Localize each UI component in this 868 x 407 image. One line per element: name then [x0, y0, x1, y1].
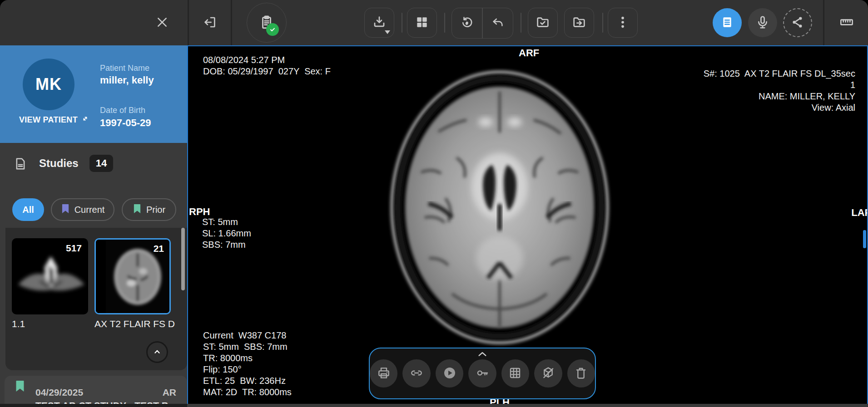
viewport-floating-toolbar — [369, 348, 596, 399]
cube-disabled-icon — [541, 366, 556, 382]
filter-all-label: All — [22, 205, 34, 215]
image-stack-scrollbar[interactable] — [863, 230, 866, 248]
share-icon — [790, 15, 805, 31]
medical-image-viewer-app: MK VIEW PATIENT Patient Name miller, kel… — [0, 0, 868, 407]
rotate-undo-group — [451, 8, 513, 39]
dictation-mic-button[interactable] — [748, 8, 777, 37]
worklist-clipboard-button[interactable] — [247, 3, 287, 43]
patient-name-value: miller, kelly — [100, 74, 154, 86]
toolbar-divider — [231, 0, 232, 45]
overlay-view-plane: View: Axial — [812, 102, 855, 113]
bookmark-prior-icon — [133, 203, 142, 216]
print-icon — [377, 366, 391, 382]
folder-export-icon — [572, 15, 586, 31]
filter-current-button[interactable]: Current — [51, 198, 114, 221]
cine-play-button[interactable] — [436, 359, 463, 387]
layout-grid-icon — [415, 15, 429, 31]
rotate-ccw-icon — [460, 16, 474, 31]
share-button[interactable] — [783, 8, 812, 37]
delete-button[interactable] — [567, 359, 595, 387]
patient-header: MK VIEW PATIENT Patient Name miller, kel… — [0, 45, 187, 143]
filter-all-button[interactable]: All — [12, 198, 44, 221]
patient-avatar: MK — [23, 59, 74, 110]
patient-dob-label: Date of Birth — [100, 106, 145, 115]
report-icon — [720, 15, 734, 31]
studies-header-row: Studies 14 — [0, 143, 187, 195]
filter-prior-button[interactable]: Prior — [122, 198, 176, 221]
bookmark-prior-icon — [15, 379, 25, 393]
grid-3x3-icon — [508, 366, 522, 382]
folder-check-button[interactable] — [528, 8, 558, 38]
toolbar-divider — [823, 0, 824, 45]
toolbar-separator — [521, 13, 521, 33]
study-modality: AR — [163, 387, 176, 398]
overlay-tr: TR: 8000ms — [203, 353, 253, 364]
collapse-panel-button[interactable] — [146, 341, 168, 363]
studies-count-badge: 14 — [89, 155, 113, 172]
download-button[interactable] — [364, 8, 394, 38]
floating-toolbar-buttons — [370, 359, 595, 387]
toolbar-separator — [602, 13, 603, 33]
view-patient-button[interactable]: VIEW PATIENT — [16, 114, 92, 125]
orientation-marker-top: ARF — [519, 47, 539, 59]
download-icon — [372, 15, 387, 31]
overlay-study-datetime: 08/08/2024 5:27 PM — [203, 54, 285, 66]
trash-icon — [574, 366, 588, 382]
key-icon — [475, 366, 490, 382]
patient-dob-value: 1997-05-29 — [100, 117, 151, 129]
mri-brain-image — [385, 68, 615, 348]
top-toolbar — [0, 0, 868, 45]
series-thumbnail-2[interactable]: 21 — [94, 238, 171, 314]
exit-viewer-button[interactable] — [195, 8, 225, 38]
dropdown-caret-icon — [385, 30, 390, 34]
layout-grid-3x3-button[interactable] — [501, 359, 529, 387]
cine-play-icon — [442, 366, 457, 382]
success-check-badge — [266, 23, 279, 36]
study-list-item[interactable]: 04/29/2025 AR TEST AB CT STUDY - TEST B — [5, 376, 187, 407]
overlay-mat-tr: MAT: 2D TR: 8000ms — [203, 387, 292, 398]
reset-rotate-button[interactable] — [452, 8, 482, 38]
study-date: 04/29/2025 — [35, 387, 83, 398]
overlay-image-number: 1 — [850, 79, 855, 91]
undo-button[interactable] — [483, 8, 513, 38]
key-image-button[interactable] — [468, 359, 496, 387]
chevron-up-icon — [152, 347, 162, 358]
overlay-series-info: S#: 1025 AX T2 FLAIR FS DL_35sec — [704, 68, 855, 79]
thumbnail-image-count: 517 — [66, 243, 82, 254]
more-options-button[interactable] — [608, 8, 638, 38]
image-viewport[interactable]: 08/08/2024 5:27 PM DOB: 05/29/1997 027Y … — [187, 45, 868, 407]
link-icon — [409, 366, 424, 382]
link-button[interactable] — [402, 359, 430, 387]
folder-export-button[interactable] — [564, 8, 594, 38]
series-thumbnail-panel: 517 21 1.1 AX T2 FL — [5, 228, 187, 370]
folder-check-icon — [536, 15, 550, 31]
print-button[interactable] — [370, 359, 397, 387]
series-thumbnail-1[interactable]: 517 — [12, 238, 88, 314]
overlay-flip-angle: Flip: 150° — [203, 364, 242, 375]
overlay-patient-demographics: DOB: 05/29/1997 027Y Sex: F — [203, 66, 331, 77]
overlay-slice-spacing: SBS: 7mm — [202, 239, 246, 250]
exit-icon — [203, 15, 217, 31]
overlay-slice-location: SL: 1.66mm — [202, 228, 251, 239]
overlay-etl-bw: ETL: 25 BW: 236Hz — [203, 375, 286, 387]
document-icon — [14, 156, 27, 172]
filter-current-label: Current — [74, 205, 105, 215]
filter-prior-label: Prior — [146, 205, 165, 215]
report-button[interactable] — [713, 8, 742, 37]
overlay-slice-thickness: ST: 5mm — [202, 216, 238, 228]
patient-name-label: Patient Name — [100, 64, 149, 73]
overlay-window-level: Current W387 C178 — [203, 330, 286, 341]
thumbnail-label: AX T2 FLAIR FS D — [94, 319, 185, 329]
measure-ruler-button[interactable] — [832, 8, 862, 38]
expand-icon — [81, 115, 89, 125]
thumbnail-scrollbar[interactable] — [181, 228, 185, 290]
study-filters: All Current Prior — [0, 195, 187, 231]
studies-title: Studies — [39, 157, 79, 170]
microphone-icon — [755, 15, 770, 31]
toggle-3d-disabled-button[interactable] — [534, 359, 562, 387]
toolbar-separator — [444, 13, 445, 33]
layout-grid-button[interactable] — [407, 8, 437, 38]
expand-toolbar-button[interactable] — [476, 350, 488, 359]
ruler-icon — [839, 15, 854, 31]
close-button[interactable] — [147, 8, 177, 38]
